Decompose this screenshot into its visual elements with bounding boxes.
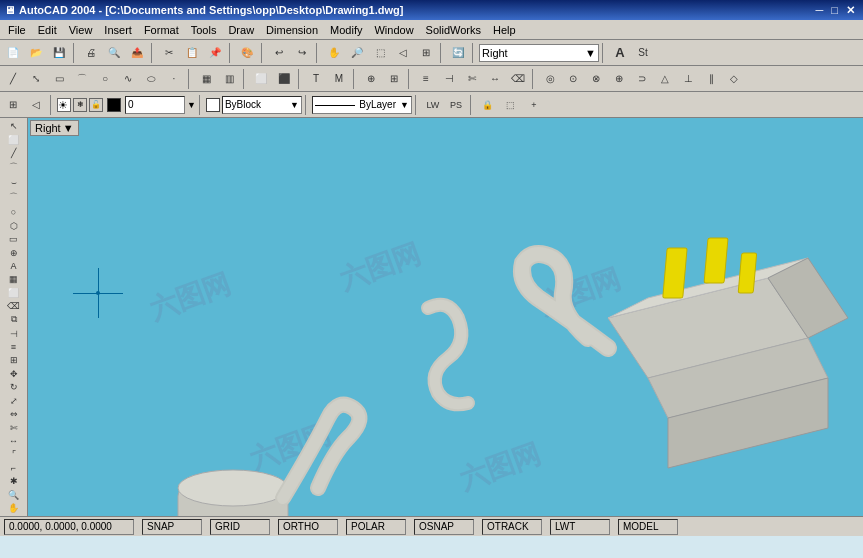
layer-name-input[interactable]: [125, 96, 185, 114]
btn-rect-tool[interactable]: ▭: [3, 233, 25, 245]
btn-mirror-tool[interactable]: ⊣: [3, 327, 25, 339]
btn-snap[interactable]: SNAP: [142, 519, 202, 535]
btn-osnap6[interactable]: △: [654, 68, 676, 90]
btn-save[interactable]: 💾: [48, 42, 70, 64]
minimize-btn[interactable]: ─: [812, 4, 828, 16]
btn-3dpolyline[interactable]: ⌣: [3, 176, 25, 189]
btn-layer-prev[interactable]: ◁: [25, 94, 47, 116]
btn-mirror[interactable]: ⊣: [438, 68, 460, 90]
btn-hatch-tool[interactable]: ▦: [3, 273, 25, 285]
btn-osnap7[interactable]: ⊥: [677, 68, 699, 90]
btn-draw-polyline[interactable]: ⤡: [25, 68, 47, 90]
btn-wipeout[interactable]: ⬛: [273, 68, 295, 90]
btn-search[interactable]: St: [632, 42, 654, 64]
btn-new[interactable]: 📄: [2, 42, 24, 64]
btn-draw-circle[interactable]: ○: [94, 68, 116, 90]
btn-copy[interactable]: 📋: [181, 42, 203, 64]
btn-pan[interactable]: ✋: [323, 42, 345, 64]
btn-polygon-tool[interactable]: ⬡: [3, 220, 25, 232]
btn-insert-tool[interactable]: ⊕: [3, 246, 25, 258]
btn-cut[interactable]: ✂: [158, 42, 180, 64]
btn-draw-spline[interactable]: ∿: [117, 68, 139, 90]
close-btn[interactable]: ✕: [842, 4, 859, 17]
menu-modify[interactable]: Modify: [324, 23, 368, 37]
btn-polar[interactable]: POLAR: [346, 519, 406, 535]
menu-solidworks[interactable]: SolidWorks: [420, 23, 487, 37]
linetype-dropdown[interactable]: ByLayer ▼: [312, 96, 412, 114]
btn-scale-tool[interactable]: ⤢: [3, 395, 25, 407]
color-dropdown[interactable]: ByBlock ▼: [222, 96, 302, 114]
btn-print[interactable]: 🖨: [80, 42, 102, 64]
btn-extend[interactable]: ↔: [484, 68, 506, 90]
btn-stretch-tool[interactable]: ⇔: [3, 408, 25, 420]
menu-tools[interactable]: Tools: [185, 23, 223, 37]
btn-mtext-tool[interactable]: A: [3, 260, 25, 272]
btn-draw-point[interactable]: ·: [163, 68, 185, 90]
btn-arc-tool[interactable]: ⌒: [3, 190, 25, 205]
btn-erase-tool[interactable]: ⌫: [3, 300, 25, 312]
btn-insert-block[interactable]: ⊕: [360, 68, 382, 90]
btn-gradient[interactable]: ▥: [218, 68, 240, 90]
btn-zoom-tool[interactable]: 🔍: [3, 488, 25, 500]
btn-fillet-tool[interactable]: ⌜: [3, 448, 25, 460]
btn-draw-rect[interactable]: ▭: [48, 68, 70, 90]
btn-preview[interactable]: 🔍: [103, 42, 125, 64]
btn-select[interactable]: ⬜: [3, 133, 25, 145]
btn-plotstyle[interactable]: PS: [445, 94, 467, 116]
canvas-area[interactable]: Right ▼ 六图网 六图网 六图网 六图网 六图网 六图网: [28, 118, 863, 516]
btn-draw-arc[interactable]: ⌒: [71, 68, 93, 90]
btn-osnap3[interactable]: ⊗: [585, 68, 607, 90]
btn-osnap9[interactable]: ◇: [723, 68, 745, 90]
menu-help[interactable]: Help: [487, 23, 522, 37]
named-views-dropdown[interactable]: Right ▼: [479, 44, 599, 62]
btn-zoom-ext[interactable]: ⊞: [415, 42, 437, 64]
btn-model[interactable]: MODEL: [618, 519, 678, 535]
menu-draw[interactable]: Draw: [222, 23, 260, 37]
btn-mtext[interactable]: M: [328, 68, 350, 90]
btn-define-block[interactable]: ⊞: [383, 68, 405, 90]
layer-dropdown-arrow[interactable]: ▼: [187, 100, 196, 110]
btn-circle-tool[interactable]: ○: [3, 206, 25, 218]
btn-text[interactable]: T: [305, 68, 327, 90]
btn-move-tool[interactable]: ✥: [3, 368, 25, 380]
btn-add-layout[interactable]: +: [523, 94, 545, 116]
btn-copy-tool[interactable]: ⧉: [3, 313, 25, 326]
btn-zoom-window[interactable]: ⬚: [369, 42, 391, 64]
btn-offset-tool[interactable]: ≡: [3, 341, 25, 353]
btn-grid[interactable]: GRID: [210, 519, 270, 535]
btn-draw-line[interactable]: ╱: [2, 68, 24, 90]
btn-erase[interactable]: ⌫: [507, 68, 529, 90]
btn-osnap4[interactable]: ⊕: [608, 68, 630, 90]
btn-chamfer-tool[interactable]: ⌐: [3, 462, 25, 474]
btn-osnap8[interactable]: ∥: [700, 68, 722, 90]
menu-dimension[interactable]: Dimension: [260, 23, 324, 37]
btn-osnap-status[interactable]: OSNAP: [414, 519, 474, 535]
btn-paste[interactable]: 📌: [204, 42, 226, 64]
btn-pick[interactable]: ↖: [3, 120, 25, 132]
btn-trim[interactable]: ✄: [461, 68, 483, 90]
btn-offset[interactable]: ≡: [415, 68, 437, 90]
btn-extend-tool[interactable]: ↔: [3, 435, 25, 447]
menu-view[interactable]: View: [63, 23, 99, 37]
menu-window[interactable]: Window: [368, 23, 419, 37]
btn-redo[interactable]: ↪: [291, 42, 313, 64]
btn-explode-tool[interactable]: ✱: [3, 475, 25, 487]
btn-rotate-tool[interactable]: ↻: [3, 381, 25, 393]
btn-trim-tool[interactable]: ✄: [3, 421, 25, 433]
btn-3dorbit[interactable]: 🔄: [447, 42, 469, 64]
btn-ortho[interactable]: ORTHO: [278, 519, 338, 535]
btn-lwt[interactable]: LWT: [550, 519, 610, 535]
btn-help[interactable]: A: [609, 42, 631, 64]
btn-polyline-tool[interactable]: ⌒: [3, 160, 25, 175]
btn-osnap[interactable]: ◎: [539, 68, 561, 90]
btn-window-lock[interactable]: 🔒: [477, 94, 499, 116]
btn-zoom-prev[interactable]: ◁: [392, 42, 414, 64]
btn-line-tool[interactable]: ╱: [3, 147, 25, 159]
btn-paper-space[interactable]: ⬚: [500, 94, 522, 116]
menu-file[interactable]: File: [2, 23, 32, 37]
btn-publish[interactable]: 📤: [126, 42, 148, 64]
menu-edit[interactable]: Edit: [32, 23, 63, 37]
menu-format[interactable]: Format: [138, 23, 185, 37]
btn-open[interactable]: 📂: [25, 42, 47, 64]
btn-region-tool[interactable]: ⬜: [3, 287, 25, 299]
